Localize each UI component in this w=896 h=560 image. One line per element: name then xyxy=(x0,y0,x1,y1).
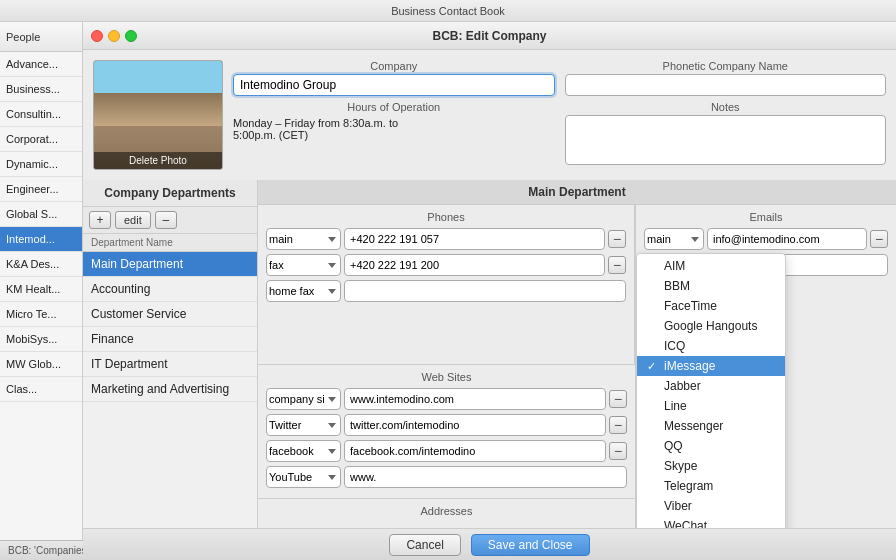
website-row-1: company site − xyxy=(266,388,627,410)
phone-type-homefax[interactable]: home fax xyxy=(266,280,341,302)
cancel-button[interactable]: Cancel xyxy=(389,534,460,556)
phone-input-3[interactable] xyxy=(344,280,626,302)
addresses-section: Addresses xyxy=(258,498,635,528)
phone-input-2[interactable] xyxy=(344,254,605,276)
sidebar-item-microt[interactable]: Micro Te... xyxy=(0,302,82,327)
dropdown-item-label: Google Hangouts xyxy=(664,319,757,333)
sidebar-item-clas[interactable]: Clas... xyxy=(0,377,82,402)
dropdown-item-label: AIM xyxy=(664,259,685,273)
dept-item-finance[interactable]: Finance xyxy=(83,327,257,352)
website-remove-1[interactable]: − xyxy=(609,390,627,408)
dropdown-item-label: Telegram xyxy=(664,479,713,493)
phone-type-fax[interactable]: fax xyxy=(266,254,341,276)
sidebar-item-business[interactable]: Business... xyxy=(0,77,82,102)
sidebar-item-dynamic[interactable]: Dynamic... xyxy=(0,152,82,177)
sidebar-list: Advance...Business...Consultin...Corpora… xyxy=(0,52,82,560)
sidebar-item-advanced[interactable]: Advance... xyxy=(0,52,82,77)
phone-input-1[interactable] xyxy=(344,228,605,250)
dept-remove-button[interactable]: – xyxy=(155,211,177,229)
modal-footer: Cancel Save and Close xyxy=(83,528,896,560)
company-name-group: Company xyxy=(233,60,555,96)
hours-label: Hours of Operation xyxy=(233,101,555,113)
delete-photo-button[interactable]: Delete Photo xyxy=(94,152,222,169)
addresses-header: Addresses xyxy=(266,505,627,517)
dropdown-item-viber[interactable]: Viber xyxy=(637,496,785,516)
website-row-3: facebook − xyxy=(266,440,627,462)
save-close-button[interactable]: Save and Close xyxy=(471,534,590,556)
hours-notes-row: Hours of Operation Monday – Friday from … xyxy=(233,101,886,165)
notes-label: Notes xyxy=(565,101,887,113)
website-input-2[interactable] xyxy=(344,414,606,436)
company-top: Delete Photo Company Phonetic Company Na… xyxy=(83,50,896,180)
dropdown-item-qq[interactable]: QQ xyxy=(637,436,785,456)
dropdown-item-label: Jabber xyxy=(664,379,701,393)
website-type-4[interactable]: YouTube xyxy=(266,466,341,488)
email-row-1: main − xyxy=(644,228,888,250)
phonetic-name-label: Phonetic Company Name xyxy=(565,60,887,72)
modal-title: BCB: Edit Company xyxy=(433,29,547,43)
dropdown-item-label: QQ xyxy=(664,439,683,453)
dropdown-item-imessage[interactable]: ✓iMessage xyxy=(637,356,785,376)
dropdown-item-wechat[interactable]: WeChat xyxy=(637,516,785,528)
sidebar-item-kades[interactable]: K&A Des... xyxy=(0,252,82,277)
dropdown-item-messenger[interactable]: Messenger xyxy=(637,416,785,436)
notes-textarea[interactable] xyxy=(565,115,887,165)
dept-detail-body: Phones main − xyxy=(258,205,896,528)
phone-type-main[interactable]: main xyxy=(266,228,341,250)
dropdown-item-google-hangouts[interactable]: Google Hangouts xyxy=(637,316,785,336)
company-name-label: Company xyxy=(233,60,555,72)
zoom-button[interactable] xyxy=(125,30,137,42)
dropdown-item-jabber[interactable]: Jabber xyxy=(637,376,785,396)
website-type-3[interactable]: facebook xyxy=(266,440,341,462)
company-name-row: Company Phonetic Company Name xyxy=(233,60,886,96)
phone-remove-2[interactable]: − xyxy=(608,256,626,274)
dept-add-button[interactable]: + xyxy=(89,211,111,229)
website-type-1[interactable]: company site xyxy=(266,388,341,410)
website-row-2: Twitter − xyxy=(266,414,627,436)
dropdown-item-telegram[interactable]: Telegram xyxy=(637,476,785,496)
dept-item-it-department[interactable]: IT Department xyxy=(83,352,257,377)
im-type-dropdown: AIMBBMFaceTimeGoogle HangoutsICQ✓iMessag… xyxy=(636,253,786,528)
phonetic-name-input[interactable] xyxy=(565,74,887,96)
website-remove-2[interactable]: − xyxy=(609,416,627,434)
email-remove-1[interactable]: − xyxy=(870,230,888,248)
dropdown-item-icq[interactable]: ICQ xyxy=(637,336,785,356)
close-button[interactable] xyxy=(91,30,103,42)
website-remove-3[interactable]: − xyxy=(609,442,627,460)
website-input-4[interactable] xyxy=(344,466,627,488)
dept-item-main-department[interactable]: Main Department xyxy=(83,252,257,277)
sidebar-item-kmhealth[interactable]: KM Healt... xyxy=(0,277,82,302)
website-type-2[interactable]: Twitter xyxy=(266,414,341,436)
website-input-1[interactable] xyxy=(344,388,606,410)
phone-row-3: home fax xyxy=(266,280,626,302)
phone-remove-1[interactable]: − xyxy=(608,230,626,248)
dept-col-header: Department Name xyxy=(83,234,257,252)
dropdown-item-line[interactable]: Line xyxy=(637,396,785,416)
dept-item-customer-service[interactable]: Customer Service xyxy=(83,302,257,327)
dropdown-item-facetime[interactable]: FaceTime xyxy=(637,296,785,316)
minimize-button[interactable] xyxy=(108,30,120,42)
sidebar-item-global[interactable]: Global S... xyxy=(0,202,82,227)
sidebar-item-mwglob[interactable]: MW Glob... xyxy=(0,352,82,377)
dropdown-item-label: WeChat xyxy=(664,519,707,528)
sidebar-item-intemodino[interactable]: Intemod... xyxy=(0,227,82,252)
email-input-1[interactable] xyxy=(707,228,867,250)
dropdown-item-bbm[interactable]: BBM xyxy=(637,276,785,296)
websites-section: Web Sites company site − xyxy=(258,364,635,498)
website-input-3[interactable] xyxy=(344,440,606,462)
sidebar-item-corporate[interactable]: Corporat... xyxy=(0,127,82,152)
dept-edit-button[interactable]: edit xyxy=(115,211,151,229)
company-name-input[interactable] xyxy=(233,74,555,96)
title-bar: Business Contact Book xyxy=(0,0,896,22)
sidebar-item-consulting[interactable]: Consultin... xyxy=(0,102,82,127)
dept-item-marketing-and-advertising[interactable]: Marketing and Advertising xyxy=(83,377,257,402)
dept-panel: Company Departments + edit – Department … xyxy=(83,180,258,528)
dropdown-item-aim[interactable]: AIM xyxy=(637,256,785,276)
email-type-main[interactable]: main xyxy=(644,228,704,250)
sidebar-header: People xyxy=(0,22,82,52)
sidebar-item-mobisys[interactable]: MobiSys... xyxy=(0,327,82,352)
dept-item-accounting[interactable]: Accounting xyxy=(83,277,257,302)
dropdown-item-skype[interactable]: Skype xyxy=(637,456,785,476)
sidebar-item-engineer[interactable]: Engineer... xyxy=(0,177,82,202)
check-icon: ✓ xyxy=(647,360,659,373)
